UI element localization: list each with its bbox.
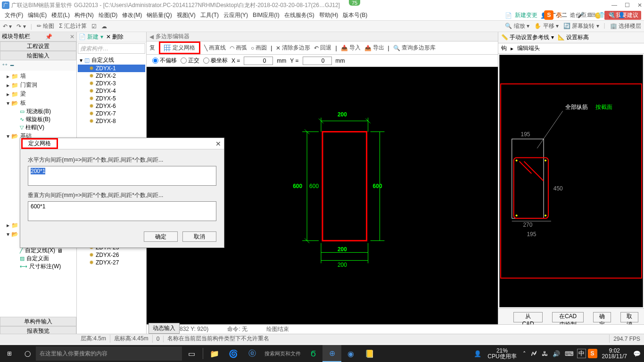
ime-tool-icon[interactable]: 🔧	[608, 12, 615, 18]
export-button[interactable]: 📤 导出	[364, 44, 384, 52]
no-offset-radio[interactable]: 不偏移	[152, 57, 177, 65]
copy-button[interactable]: 复	[149, 44, 155, 52]
start-button[interactable]: ⊞	[0, 345, 19, 362]
comp-item[interactable]: ✹ZDYX-4	[78, 87, 145, 95]
tray-network-icon[interactable]: 🖧	[540, 350, 549, 357]
tray-notification-icon[interactable]: 💬	[632, 350, 642, 357]
section-draw-input[interactable]: 绘图输入	[0, 51, 76, 60]
cad-draw-button[interactable]: 在CAD中绘制截面图	[552, 312, 584, 322]
edit-end-button[interactable]: 编辑端头	[517, 44, 540, 52]
menu-online[interactable]: 在线服务(S)	[282, 11, 316, 19]
ime-face-icon[interactable]: ☺	[569, 12, 575, 18]
ime-toolbar[interactable]: S 英 ' ☺ 🎤 ⌨ 👕 🔧 👤	[544, 10, 625, 20]
app-glodon[interactable]: ⊕	[322, 345, 341, 362]
cad-pick-button[interactable]: 从CAD选择截面图	[513, 312, 543, 322]
app-notes[interactable]: 📒	[360, 345, 379, 362]
menu-draw[interactable]: 绘图(D)	[97, 11, 120, 19]
x-input[interactable]	[244, 57, 273, 65]
taskbar-search[interactable]: 在这里输入你要搜索的内容	[36, 346, 182, 361]
ime-keyboard-icon[interactable]: ⌨	[587, 12, 595, 18]
menu-cloud[interactable]: 云应用(Y)	[222, 11, 250, 19]
minimize-button[interactable]: —	[611, 2, 617, 8]
cpu-usage[interactable]: 21%CPU使用率	[485, 348, 519, 359]
dynamic-input-button[interactable]: 动态输入	[149, 323, 180, 334]
tray-volume-icon[interactable]: 🔊	[551, 350, 561, 357]
redo-button[interactable]: ↷ ▾	[17, 23, 25, 30]
ime-user-icon[interactable]: 👤	[618, 12, 625, 18]
ortho-radio[interactable]: 正交	[181, 57, 199, 65]
new-change-button[interactable]: 新建变更	[515, 11, 537, 19]
comp-item[interactable]: ✹ZDYX-5	[78, 95, 145, 102]
comp-item[interactable]: ✹ZDYX-27	[78, 259, 145, 266]
define-grid-button[interactable]: 定义网格	[159, 41, 200, 54]
comp-item[interactable]: ✹ZDYX-26	[78, 251, 145, 259]
draw-line-button[interactable]: ╲ 画直线	[204, 44, 226, 52]
polar-radio[interactable]: 极坐标	[203, 57, 228, 65]
dialog-ok-button[interactable]: 确定	[144, 231, 178, 242]
tray-keyboard-icon[interactable]: ⌨	[563, 350, 575, 357]
check-icon[interactable]: ☑	[91, 23, 97, 30]
draw-arc-button[interactable]: ◠ 画弧	[230, 44, 247, 52]
tray-up-icon[interactable]: ˄	[521, 350, 528, 357]
comp-item[interactable]: ✹ZDYX-8	[78, 117, 145, 125]
v-spacing-input[interactable]: 600*1	[28, 201, 216, 221]
tray-sogou-icon[interactable]: S	[588, 349, 597, 358]
new-component-button[interactable]: 📄 新建 ▾	[79, 33, 103, 41]
app-qihoo[interactable]: Ϭ	[304, 345, 322, 362]
rotate-button[interactable]: 🔄 屏幕旋转 ▾	[563, 22, 599, 30]
draw-circle-button[interactable]: ○ 画圆	[251, 44, 267, 52]
search-components-input[interactable]: 搜索构件…	[78, 43, 145, 54]
tray-ime[interactable]: 中	[577, 349, 586, 358]
delete-component-button[interactable]: ✕ 删除	[106, 33, 124, 41]
dialog-cancel-button[interactable]: 取消	[182, 231, 216, 242]
menu-floor[interactable]: 楼层(L)	[50, 11, 72, 19]
tray-battery-icon[interactable]: 🗲	[529, 350, 538, 357]
nav-pin-icon[interactable]: 📌	[45, 33, 52, 40]
menu-component[interactable]: 构件(N)	[73, 11, 96, 19]
tray-clock[interactable]: 9:022018/11/7	[599, 348, 630, 359]
cortana-button[interactable]: ◯	[19, 350, 36, 357]
undo-button[interactable]: ↶ ▾	[3, 23, 12, 30]
pan-button[interactable]: ✋ 平移 ▾	[534, 22, 559, 30]
menu-version[interactable]: 版本号(B)	[341, 11, 369, 19]
section-cancel-button[interactable]: 取消	[620, 312, 638, 322]
menu-edit[interactable]: 编辑(E)	[26, 11, 49, 19]
ime-skin-icon[interactable]: 👕	[598, 12, 605, 18]
comp-item[interactable]: ✹ZDYX-2	[78, 72, 145, 80]
query-poly-button[interactable]: 🔍 查询多边形库	[393, 44, 436, 52]
y-input[interactable]	[303, 57, 332, 65]
zoom-button[interactable]: 🔍 缩放 ▾	[505, 22, 529, 30]
section-ok-button[interactable]: 确定	[593, 312, 611, 322]
menu-tools[interactable]: 工具(T)	[198, 11, 221, 19]
ime-mic-icon[interactable]: 🎤	[578, 12, 585, 18]
section-single-input[interactable]: 单构件输入	[0, 317, 76, 326]
section-engineering[interactable]: 工程设置	[0, 41, 76, 51]
h-spacing-input[interactable]: 200*1	[28, 166, 216, 186]
mode-icon-1[interactable]: ⁺⁺	[2, 62, 8, 69]
draw-button[interactable]: ✏ 绘图	[37, 22, 54, 30]
undo-poly-button[interactable]: ↶ 回退	[314, 44, 331, 52]
comp-item[interactable]: ✹ZDYX-6	[78, 102, 145, 110]
menu-view[interactable]: 视图(V)	[175, 11, 198, 19]
menu-modify[interactable]: 修改(M)	[120, 11, 144, 19]
sogou-icon[interactable]: S	[544, 10, 553, 20]
select-floor-button[interactable]: 🏢 选择楼层	[610, 22, 641, 30]
comp-root[interactable]: ▾◫自定义线	[78, 56, 145, 65]
close-button[interactable]: ✕	[637, 2, 642, 8]
clear-poly-button[interactable]: ✕ 清除多边形	[276, 44, 310, 52]
nav-close-icon[interactable]: ✕	[70, 33, 74, 40]
set-dim-button[interactable]: 📐 设置标高	[558, 33, 589, 41]
ime-lang[interactable]: 英	[556, 11, 562, 19]
comp-item[interactable]: ✹ZDYX-3	[78, 80, 145, 87]
set-ref-button[interactable]: 📏 手动设置参考线 ▾	[501, 33, 554, 41]
task-view-button[interactable]: ▭	[182, 345, 201, 362]
menu-help[interactable]: 帮助(H)	[317, 11, 340, 19]
menu-bim[interactable]: BIM应用(I)	[251, 11, 281, 19]
app-swirl[interactable]: 🌀	[224, 345, 243, 362]
menu-rebar[interactable]: 钢筋量(Q)	[145, 11, 173, 19]
comp-item[interactable]: ✹ZDYX-7	[78, 110, 145, 117]
import-button[interactable]: 📥 导入	[341, 44, 361, 52]
menu-file[interactable]: 文件(F)	[3, 11, 25, 19]
dialog-close-button[interactable]: ✕	[215, 140, 221, 148]
comp-item[interactable]: ✹ZDYX-1	[78, 65, 145, 72]
